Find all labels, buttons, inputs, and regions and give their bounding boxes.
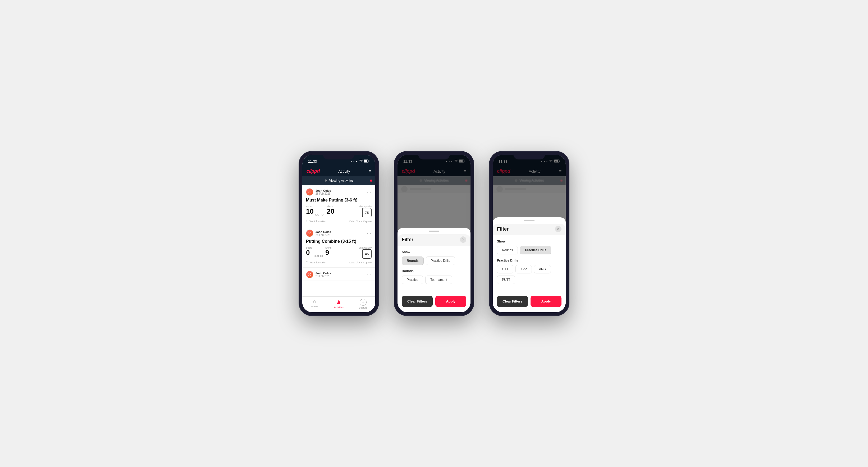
phone-inner-1: 11:33 ▲▲▲ [302, 155, 375, 312]
user-date-1: 28 Feb 2023 [315, 192, 331, 195]
more-btn-3[interactable]: ··· [367, 272, 372, 277]
nav-title-1: Activity [338, 169, 350, 174]
tab-activities-label-1: Activities [334, 306, 344, 309]
tab-home-1[interactable]: ⌂ Home [302, 299, 327, 309]
shots-value-1: 20 [327, 208, 335, 215]
user-name-1: Josh Coles [315, 189, 331, 192]
clear-filters-btn-3[interactable]: Clear Filters [497, 295, 528, 307]
apply-btn-2[interactable]: Apply [435, 295, 466, 307]
modal-sheet-2: Filter ✕ Show Rounds Practice Drills Rou… [398, 228, 470, 312]
show-practice-btn-2[interactable]: Practice Drills [426, 256, 455, 265]
phone-3: 11:33 ▲▲▲ [490, 152, 569, 315]
practice-round-btn-2[interactable]: Practice [402, 276, 423, 284]
modal-footer-2: Clear Filters Apply [398, 292, 470, 312]
app-btn-3[interactable]: APP [516, 265, 532, 274]
stat-sq-1: Shot Quality 75 [359, 205, 372, 217]
sq-badge-2: 45 [362, 249, 372, 259]
stat-score-1: Score 10 [306, 205, 314, 215]
capture-icon-1: + [360, 299, 367, 306]
sq-label-1: Shot Quality [359, 205, 372, 208]
home-icon-1: ⌂ [313, 299, 316, 304]
avatar-2: JC [306, 229, 313, 237]
avatar-1: JC [306, 188, 313, 196]
phones-container: 11:33 ▲▲▲ [299, 152, 569, 315]
filter-title-3: Filter [497, 226, 508, 232]
svg-text:31: 31 [365, 160, 367, 162]
phone-inner-3: 11:33 ▲▲▲ [493, 155, 566, 312]
stats-row-2: Score 0 OUT OF Shots 9 Shot Quality 45 [306, 246, 372, 259]
user-info-3: Josh Coles 28 Feb 2023 [315, 272, 331, 278]
card-user-2: JC Josh Coles 28 Feb 2023 [306, 229, 331, 237]
wifi-icon-1 [359, 160, 363, 163]
phone-inner-2: 11:33 ▲▲▲ [398, 155, 470, 312]
shots-value-2: 9 [325, 249, 331, 256]
tab-bar-1: ⌂ Home ♟ Activities + Capture [302, 297, 375, 312]
viewing-banner-1[interactable]: ⚙ Viewing Activities [302, 176, 375, 185]
tab-capture-label-1: Capture [359, 307, 367, 309]
tab-capture-1[interactable]: + Capture [351, 299, 375, 309]
user-info-1: Josh Coles 28 Feb 2023 [315, 189, 331, 195]
signal-icon-1: ▲▲▲ [350, 160, 358, 163]
filter-modal-3: Filter ✕ Show Rounds Practice Drills Pra… [493, 155, 566, 312]
user-date-2: 28 Feb 2023 [315, 234, 331, 237]
sq-badge-1: 75 [362, 208, 372, 217]
show-practice-btn-3[interactable]: Practice Drills [520, 246, 551, 254]
card-header-2: JC Josh Coles 28 Feb 2023 ··· [306, 229, 372, 237]
show-buttons-3: Rounds Practice Drills [497, 246, 561, 254]
notch [323, 152, 355, 159]
arg-btn-3[interactable]: ARG [534, 265, 551, 274]
user-name-3: Josh Coles [315, 272, 331, 275]
logo-1: clippd [307, 168, 320, 174]
rounds-buttons-2: Practice Tournament [402, 276, 466, 284]
card-header-1: JC Josh Coles 28 Feb 2023 ··· [306, 188, 372, 196]
battery-icon-1: 31 [364, 159, 369, 163]
footer-data-1: Data: Clippd Capture [349, 220, 372, 223]
close-btn-3[interactable]: ✕ [555, 226, 561, 232]
modal-handle-3 [524, 220, 534, 221]
activity-card-2: JC Josh Coles 28 Feb 2023 ··· Putting Co… [302, 226, 375, 268]
tab-activities-1[interactable]: ♟ Activities [327, 299, 351, 309]
modal-handle-2 [429, 230, 439, 232]
modal-sheet-3: Filter ✕ Show Rounds Practice Drills Pra… [493, 217, 566, 312]
stat-shots-1: Shots 20 [327, 205, 335, 215]
rounds-label-2: Rounds [402, 269, 466, 273]
stat-shots-2: Shots 9 [325, 246, 331, 256]
card-footer-2: ⓘ Test Information Data: Clippd Capture [306, 261, 372, 264]
phone-1: 11:33 ▲▲▲ [299, 152, 378, 315]
stats-row-1: Score 10 OUT OF Shots 20 Shot Quality 75 [306, 205, 372, 217]
card-footer-1: ⓘ Test Information Data: Clippd Capture [306, 219, 372, 223]
more-btn-2[interactable]: ··· [367, 231, 372, 235]
show-rounds-btn-3[interactable]: Rounds [497, 246, 518, 254]
ott-btn-3[interactable]: OTT [497, 265, 513, 274]
settings-icon-1: ⚙ [324, 179, 327, 183]
more-btn-1[interactable]: ··· [367, 190, 372, 194]
card-header-3: JC Josh Coles 28 Feb 2023 ··· [306, 271, 372, 278]
modal-header-2: Filter ✕ [398, 234, 470, 246]
out-of-2: OUT OF [314, 255, 324, 257]
menu-icon-1[interactable]: ≡ [369, 169, 371, 174]
activity-title-1: Must Make Putting (3-6 ft) [306, 198, 372, 203]
modal-body-3: Show Rounds Practice Drills Practice Dri… [493, 235, 566, 292]
out-of-1: OUT OF [315, 213, 325, 216]
close-btn-2[interactable]: ✕ [460, 237, 466, 243]
banner-dot-1 [370, 180, 372, 182]
footer-info-2: ⓘ Test Information [306, 261, 326, 264]
sq-label-2: Shot Quality [359, 246, 372, 249]
info-icon-2: ⓘ [306, 261, 308, 264]
apply-btn-3[interactable]: Apply [530, 295, 561, 307]
tournament-btn-2[interactable]: Tournament [425, 276, 452, 284]
nav-bar-1: clippd Activity ≡ [302, 166, 375, 176]
activity-card-1: JC Josh Coles 28 Feb 2023 ··· Must Make … [302, 185, 375, 226]
modal-header-3: Filter ✕ [493, 224, 566, 235]
card-user-3: JC Josh Coles 28 Feb 2023 [306, 271, 331, 278]
status-icons-1: ▲▲▲ 31 [350, 159, 369, 163]
show-rounds-btn-2[interactable]: Rounds [402, 256, 424, 265]
putt-btn-3[interactable]: PUTT [497, 276, 515, 284]
notch-3 [513, 152, 545, 159]
banner-text-1: Viewing Activities [329, 179, 353, 183]
score-value-1: 10 [306, 208, 314, 215]
show-buttons-2: Rounds Practice Drills [402, 256, 466, 265]
user-date-3: 28 Feb 2023 [315, 275, 331, 278]
clear-filters-btn-2[interactable]: Clear Filters [402, 295, 433, 307]
card-user-1: JC Josh Coles 28 Feb 2023 [306, 188, 331, 196]
